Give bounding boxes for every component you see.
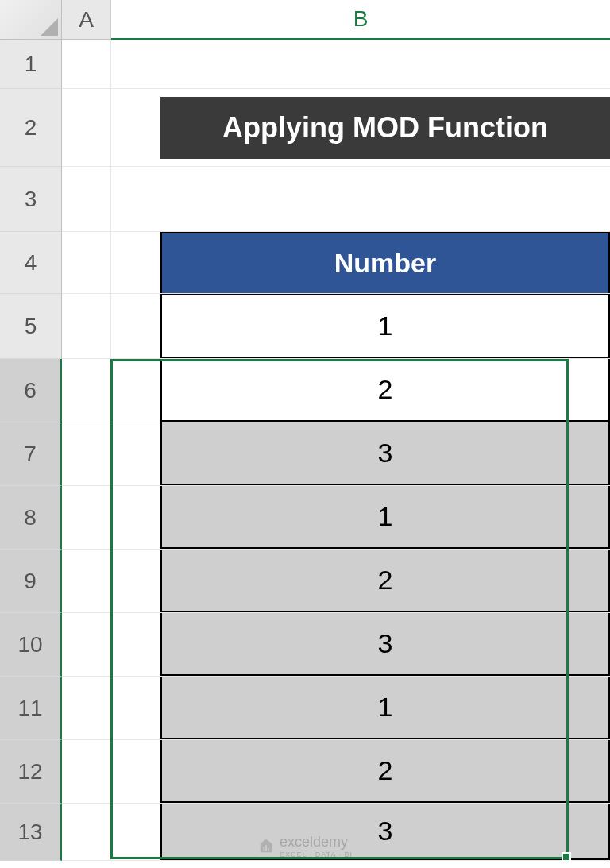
row-header-3[interactable]: 3 [0, 167, 62, 232]
cell-b11[interactable]: 1 [111, 677, 610, 740]
cell-b6[interactable]: 2 [111, 359, 610, 422]
row-header-10[interactable]: 10 [0, 613, 62, 677]
table-row: 1 [160, 677, 610, 739]
table-row: 2 [160, 359, 610, 422]
row-header-13[interactable]: 13 [0, 804, 62, 861]
row-header-6[interactable]: 6 [0, 359, 62, 422]
row-header-5[interactable]: 5 [0, 294, 62, 359]
cell-b2[interactable]: Applying MOD Function [111, 89, 610, 167]
cell-a10[interactable] [62, 613, 111, 677]
table-row: 3 [160, 422, 610, 485]
row-header-7[interactable]: 7 [0, 422, 62, 486]
cell-b4[interactable]: Number [111, 232, 610, 294]
table-row: 2 [160, 740, 610, 803]
cell-b8[interactable]: 1 [111, 486, 610, 550]
row-header-11[interactable]: 11 [0, 677, 62, 740]
cell-a7[interactable] [62, 422, 111, 486]
cell-b7[interactable]: 3 [111, 422, 610, 486]
select-all-corner[interactable] [0, 0, 62, 40]
cell-a1[interactable] [62, 40, 111, 89]
cell-a3[interactable] [62, 167, 111, 232]
cell-a9[interactable] [62, 550, 111, 613]
cell-a5[interactable] [62, 294, 111, 359]
row-header-12[interactable]: 12 [0, 740, 62, 804]
cell-a13[interactable] [62, 804, 111, 861]
cell-a4[interactable] [62, 232, 111, 294]
table-row: 1 [160, 486, 610, 549]
table-row: 3 [160, 613, 610, 676]
column-header-b[interactable]: B [111, 0, 610, 40]
cell-a2[interactable] [62, 89, 111, 167]
row-header-1[interactable]: 1 [0, 40, 62, 89]
title-box: Applying MOD Function [160, 97, 610, 159]
spreadsheet-grid: AB12 Applying MOD Function 34 Number 5 1… [0, 0, 610, 861]
cell-b1[interactable] [111, 40, 610, 89]
cell-a6[interactable] [62, 359, 111, 422]
watermark-brand: exceldemy [280, 834, 353, 851]
table-row: 3 [160, 804, 610, 860]
cell-a12[interactable] [62, 740, 111, 804]
watermark-tagline: EXCEL · DATA · BI [280, 851, 353, 858]
row-header-2[interactable]: 2 [0, 89, 62, 167]
row-header-9[interactable]: 9 [0, 550, 62, 613]
table-row: 1 [160, 294, 610, 358]
cell-a11[interactable] [62, 677, 111, 740]
cell-b9[interactable]: 2 [111, 550, 610, 613]
watermark-icon [257, 838, 275, 855]
cell-a8[interactable] [62, 486, 111, 550]
cell-b13[interactable]: 3 [111, 804, 610, 861]
row-header-4[interactable]: 4 [0, 232, 62, 294]
cell-b3[interactable] [111, 167, 610, 232]
table-row: 2 [160, 550, 610, 612]
cell-b10[interactable]: 3 [111, 613, 610, 677]
cell-b12[interactable]: 2 [111, 740, 610, 804]
watermark: exceldemy EXCEL · DATA · BI [257, 834, 353, 858]
table-header: Number [160, 232, 610, 293]
column-header-a-cell[interactable]: A [62, 0, 111, 40]
row-header-8[interactable]: 8 [0, 486, 62, 550]
cell-b5[interactable]: 1 [111, 294, 610, 359]
